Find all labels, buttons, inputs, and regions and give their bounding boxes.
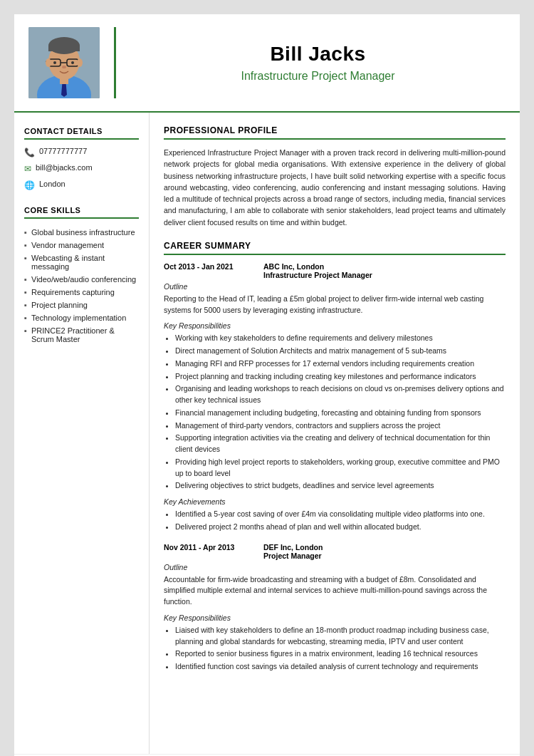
career-company-1: ABC Inc, London xyxy=(263,262,506,271)
svg-point-15 xyxy=(62,66,66,68)
list-item: Financial management including budgeting… xyxy=(175,408,506,419)
candidate-job-title: Infrastructure Project Manager xyxy=(241,70,394,83)
skill-item: Technology implementation xyxy=(24,311,139,324)
contact-section-title: CONTACT DETAILS xyxy=(24,127,139,140)
list-item: Delivered project 2 months ahead of plan… xyxy=(175,522,506,533)
career-achieve-label-1: Key Achievements xyxy=(164,497,506,506)
career-company-block-2: DEF Inc, London Project Manager xyxy=(263,543,506,560)
career-role-2: Project Manager xyxy=(263,552,506,560)
skills-section-title: CORE SKILLS xyxy=(24,206,139,219)
contact-location: 🌐 London xyxy=(24,180,139,190)
list-item: Supporting integration activities via th… xyxy=(175,433,506,455)
svg-point-16 xyxy=(46,58,51,67)
skill-item: Project planning xyxy=(24,299,139,311)
location-text: London xyxy=(39,180,66,188)
svg-rect-7 xyxy=(48,46,80,51)
career-outline-text-1: Reporting to the Head of IT, leading a £… xyxy=(164,294,506,316)
career-section: CAREER SUMMARY Oct 2013 - Jan 2021 ABC I… xyxy=(164,241,506,673)
location-icon: 🌐 xyxy=(24,180,35,190)
svg-point-13 xyxy=(53,61,56,64)
list-item: Project planning and tracking including … xyxy=(175,371,506,383)
svg-point-14 xyxy=(71,61,74,64)
career-outline-label-1: Outline xyxy=(164,282,506,291)
email-text: bill@bjacks.com xyxy=(36,163,93,172)
skill-item: Requirements capturing xyxy=(24,286,139,299)
list-item: Managing RFI and RFP processes for 17 ex… xyxy=(175,358,506,370)
profile-section-title: PROFESSIONAL PROFILE xyxy=(164,125,506,140)
career-header-row-2: Nov 2011 - Apr 2013 DEF Inc, London Proj… xyxy=(164,543,506,560)
list-item: Organising and leading workshops to reac… xyxy=(175,383,506,406)
list-item: Management of third-party vendors, contr… xyxy=(175,420,506,432)
resume-page: Bill Jacks Infrastructure Project Manage… xyxy=(14,14,520,756)
skills-list: Global business infrastructure Vendor ma… xyxy=(24,226,139,346)
list-item: Identified function cost savings via det… xyxy=(175,661,506,673)
skill-item: Global business infrastructure xyxy=(24,226,139,239)
career-dates-2: Nov 2011 - Apr 2013 xyxy=(164,543,256,560)
career-resp-list-2: Liaised with key stakeholders to define … xyxy=(164,625,506,673)
svg-point-17 xyxy=(77,58,83,67)
skill-item: Video/web/audio conferencing xyxy=(24,273,139,286)
main-content: PROFESSIONAL PROFILE Experienced Infrast… xyxy=(150,113,520,754)
career-achieve-list-1: Identified a 5-year cost saving of over … xyxy=(164,509,506,533)
contact-phone: 📞 07777777777 xyxy=(24,147,139,157)
skill-item: PRINCE2 Practitioner & Scrum Master xyxy=(24,324,139,346)
career-entry-2: Nov 2011 - Apr 2013 DEF Inc, London Proj… xyxy=(164,543,506,673)
phone-icon: 📞 xyxy=(24,147,35,157)
career-resp-label-1: Key Responsibilities xyxy=(164,321,506,330)
main-layout: CONTACT DETAILS 📞 07777777777 ✉ bill@bja… xyxy=(14,113,520,754)
list-item: Identified a 5-year cost saving of over … xyxy=(175,509,506,520)
candidate-name: Bill Jacks xyxy=(270,43,365,66)
list-item: Liaised with key stakeholders to define … xyxy=(175,625,506,648)
career-resp-label-2: Key Responsibilities xyxy=(164,613,506,622)
header-title-block: Bill Jacks Infrastructure Project Manage… xyxy=(114,27,506,98)
skill-item: Vendor management xyxy=(24,239,139,252)
career-dates-1: Oct 2013 - Jan 2021 xyxy=(164,262,256,279)
career-section-title: CAREER SUMMARY xyxy=(164,241,506,255)
profile-photo xyxy=(28,27,100,98)
list-item: Direct management of Solution Architects… xyxy=(175,346,506,357)
contact-email: ✉ bill@bjacks.com xyxy=(24,163,139,174)
list-item: Providing high level project reports to … xyxy=(175,457,506,480)
profile-section: PROFESSIONAL PROFILE Experienced Infrast… xyxy=(164,125,506,228)
career-company-2: DEF Inc, London xyxy=(263,543,506,552)
skill-item: Webcasting & instant messaging xyxy=(24,252,139,273)
phone-text: 07777777777 xyxy=(39,147,87,155)
sidebar: CONTACT DETAILS 📞 07777777777 ✉ bill@bja… xyxy=(14,113,150,754)
career-entry-1: Oct 2013 - Jan 2021 ABC Inc, London Infr… xyxy=(164,262,506,533)
list-item: Delivering objectives to strict budgets,… xyxy=(175,480,506,492)
list-item: Working with key stakeholders to define … xyxy=(175,333,506,344)
career-company-block-1: ABC Inc, London Infrastructure Project M… xyxy=(263,262,506,279)
email-icon: ✉ xyxy=(24,164,31,174)
career-outline-label-2: Outline xyxy=(164,563,506,571)
career-outline-text-2: Accountable for firm-wide broadcasting a… xyxy=(164,574,506,608)
career-header-row-1: Oct 2013 - Jan 2021 ABC Inc, London Infr… xyxy=(164,262,506,279)
header: Bill Jacks Infrastructure Project Manage… xyxy=(14,14,520,113)
career-role-1: Infrastructure Project Manager xyxy=(263,271,506,279)
profile-text: Experienced Infrastructure Project Manag… xyxy=(164,147,506,228)
list-item: Reported to senior business figures in a… xyxy=(175,648,506,660)
career-resp-list-1: Working with key stakeholders to define … xyxy=(164,333,506,492)
